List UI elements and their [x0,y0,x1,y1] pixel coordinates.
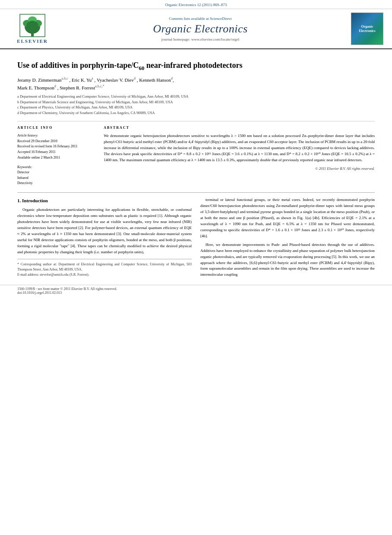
intro-para-2: terminal or lateral functional groups, o… [201,197,375,239]
journal-header: ELSEVIER Contents lists available at Sci… [0,9,392,49]
svg-point-5 [26,21,38,31]
elsevier-tree-icon [19,14,45,38]
copyright-notice: © 2011 Elsevier B.V. All rights reserved… [104,166,375,171]
abstract-heading: ABSTRACT [104,126,375,130]
elsevier-logo: ELSEVIER [9,14,56,44]
keywords-section: Keywords: Detector Infrared Detectivity [17,165,95,186]
cover-title-text: OrganicElectronics [359,25,375,33]
body-section: 1. Introduction Organic photodetectors a… [17,192,375,280]
doi-text: doi:10.1016/j.orgel.2011.02.013 [17,291,375,295]
citation-text: Organic Electronics 12 (2011) 869–873 [165,3,226,7]
divider-1 [17,121,375,121]
body-right-column: terminal or lateral functional groups, o… [201,197,375,280]
journal-title-area: Contents lists available at ScienceDirec… [56,16,344,41]
article-info-heading: ARTICLE INFO [17,126,95,130]
body-columns: 1. Introduction Organic photodetectors a… [17,197,375,280]
elsevier-logo-area: ELSEVIER [9,14,56,44]
authors-line: Jeramy D. Zimmermana,b,c , Eric K. Yua ,… [17,76,375,91]
body-left-column: 1. Introduction Organic photodetectors a… [17,197,192,280]
main-content: Use of additives in porphyrin-tape/C60 n… [0,49,392,280]
footnote-star: * Corresponding author at: Department of… [17,262,192,272]
section-1-heading: 1. Introduction [17,197,192,204]
footnote-email: E-mail address: stevefor@umich.edu (S.R.… [17,272,192,277]
keywords-list: Detector Infrared Detectivity [17,170,95,186]
bottom-bar: 1566-1199/$ - see front matter © 2011 El… [0,285,392,296]
article-info-column: ARTICLE INFO Article history: Received 2… [17,126,95,186]
affiliations: a Department of Electrical Engineering a… [17,94,375,116]
sciencedirect-link[interactable]: Contents lists available at ScienceDirec… [56,16,344,21]
elsevier-wordmark: ELSEVIER [17,38,48,44]
copyright-bottom: 1566-1199/$ - see front matter © 2011 El… [17,287,375,291]
journal-citation: Organic Electronics 12 (2011) 869–873 [0,0,392,9]
journal-title: Organic Electronics [56,22,344,35]
journal-cover-image: OrganicElectronics [351,13,383,45]
article-info-abstract-section: ARTICLE INFO Article history: Received 2… [17,126,375,186]
intro-para-1: Organic photodetectors are particularly … [17,207,192,255]
abstract-text: We demonstrate organic heterojunction ph… [104,133,375,163]
footnotes: * Corresponding author at: Department of… [17,259,192,277]
journal-cover-area: OrganicElectronics [344,13,383,45]
abstract-column: ABSTRACT We demonstrate organic heteroju… [104,126,375,186]
intro-para-3: Here, we demonstrate improvements to Psu… [201,242,375,278]
journal-homepage: journal homepage: www.elsevier.com/locat… [56,37,344,41]
article-title: Use of additives in porphyrin-tape/C60 n… [17,61,375,72]
article-history: Article history: Received 29 December 20… [17,133,95,161]
